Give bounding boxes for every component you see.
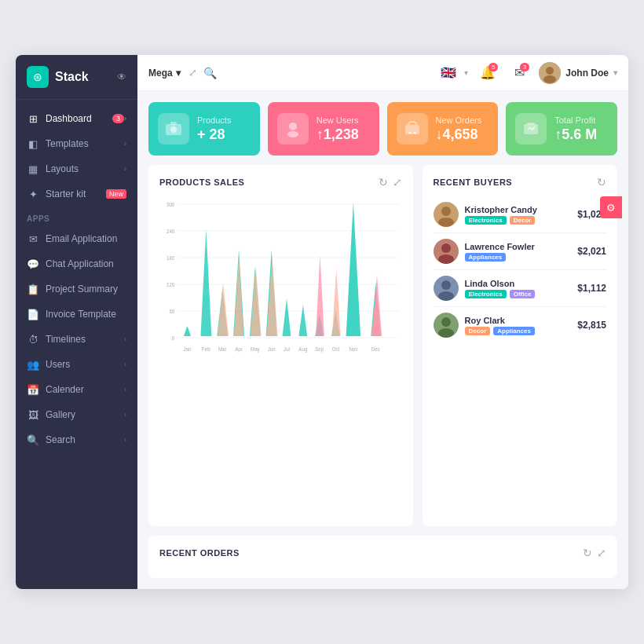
avatar [539,62,561,84]
svg-marker-32 [298,305,307,336]
user-chevron-icon: ▾ [613,68,617,77]
eye-icon: 👁 [117,71,126,82]
buyer-avatar-3 [434,313,459,338]
sidebar-item-layouts[interactable]: ▦ Layouts › [16,156,137,181]
buyer-name-2: Linda Olson [465,279,578,288]
starter-kit-icon: ✦ [27,188,39,200]
sidebar-item-chat-app[interactable]: 💬 Chat Application [16,251,137,276]
orders-refresh-icon[interactable]: ↻ [583,547,592,559]
svg-text:Apr: Apr [235,346,243,353]
sidebar-label-gallery: Gallery [46,409,124,420]
svg-point-59 [438,218,454,227]
svg-text:180: 180 [166,254,174,262]
logo-icon: ⊛ [27,66,49,88]
svg-text:Mar: Mar [218,346,227,353]
products-value: + 28 [197,126,251,143]
svg-marker-40 [267,258,278,336]
apps-section-label: APPS [16,207,137,226]
buyer-info-1: Lawrence Fowler Appliances [465,242,578,262]
bell-button[interactable]: 🔔 5 [476,61,499,85]
orders-actions: ↻ ⤢ [583,547,606,559]
sidebar-label-email: Email Application [46,233,126,244]
svg-text:Jan: Jan [184,346,192,353]
svg-marker-31 [283,298,291,336]
svg-text:Jul: Jul [284,346,290,353]
new-users-card-info: New Users ↑1,238 [317,115,370,143]
sidebar-item-gallery[interactable]: 🖼 Gallery › [16,402,137,427]
svg-point-62 [438,254,454,264]
buyer-tag-electronics-0: Electronics [465,216,507,225]
orders-title: RECENT ORDERS [159,548,583,558]
sidebar-label-search: Search [46,434,124,445]
topbar-search-icon[interactable]: 🔍 [203,67,217,79]
svg-rect-11 [524,124,538,134]
sidebar-item-users[interactable]: 👥 Users › [16,352,137,377]
sidebar-item-invoice[interactable]: 📄 Invoice Template [16,302,137,327]
templates-arrow: › [124,140,126,148]
svg-marker-35 [346,203,361,336]
sidebar-item-email-app[interactable]: ✉ Email Application [16,226,137,251]
sidebar-item-templates[interactable]: ◧ Templates › [16,131,137,156]
chart-card: PRODUCTS SALES ↻ ⤢ [148,165,413,526]
orders-header: RECENT ORDERS ↻ ⤢ [159,547,606,559]
svg-text:300: 300 [166,201,174,208]
buyers-title: RECENT BUYERS [434,177,597,187]
sidebar-item-dashboard[interactable]: ⊞ Dashboard 3 › [16,106,137,131]
layouts-arrow: › [124,165,126,173]
stat-card-new-orders: New Orders ↓4,658 [387,102,499,156]
topbar-right: 🇬🇧 ▾ 🔔 5 ✉ 3 [441,61,617,85]
svg-point-61 [441,243,451,253]
sidebar-item-search[interactable]: 🔍 Search › [16,427,137,452]
total-profit-label: Total Profit [554,115,608,125]
buyer-name-3: Roy Clark [465,316,578,325]
chart-expand-icon[interactable]: ⤢ [393,176,402,188]
envelope-button[interactable]: ✉ 3 [507,61,531,85]
buyer-avatar-0 [434,202,459,227]
buyer-tags-0: Electronics Decor [465,216,578,225]
stat-card-new-users: New Users ↑1,238 [268,102,379,156]
buyer-amount-3: $2,815 [577,320,606,331]
topbar-mega[interactable]: Mega ▾ [148,68,181,79]
svg-point-65 [438,291,454,301]
svg-point-10 [413,132,415,134]
svg-point-58 [441,207,451,216]
svg-text:240: 240 [166,228,174,235]
buyer-row: Kristopher Candy Electronics Decor $1,02… [434,196,606,233]
sidebar-label-project: Project Summary [46,284,126,295]
calender-icon: 📅 [27,383,39,396]
chart-refresh-icon[interactable]: ↻ [379,176,388,188]
sidebar-label-invoice: Invoice Template [46,309,126,320]
sidebar-label-layouts: Layouts [46,163,124,174]
buyers-refresh-icon[interactable]: ↻ [597,176,606,188]
flag-icon[interactable]: 🇬🇧 [441,65,456,80]
svg-marker-39 [251,265,262,336]
buyer-tags-3: Decor Appliances [465,327,578,335]
products-label: Products [197,115,251,125]
sidebar-item-starter-kit[interactable]: ✦ Starter kit New [16,181,137,207]
buyer-avatar-2 [434,276,459,301]
buyer-info-2: Linda Olson Electronics Office [465,279,578,298]
templates-icon: ◧ [27,137,39,150]
starter-kit-badge: New [106,189,126,199]
stat-card-products: Products + 28 [148,102,260,156]
user-menu[interactable]: John Doe ▾ [539,62,617,84]
svg-text:Feb: Feb [202,346,210,353]
buyer-tags-1: Appliances [465,253,578,262]
svg-rect-12 [527,123,535,125]
buyers-settings-button[interactable]: ⚙ [600,196,622,218]
svg-text:0: 0 [172,335,174,342]
gallery-icon: 🖼 [27,408,39,421]
buyer-tags-2: Electronics Office [465,290,578,298]
orders-expand-icon[interactable]: ⤢ [597,547,606,559]
sidebar-label-starter: Starter kit [46,188,103,199]
sidebar-item-project-summary[interactable]: 📋 Project Summary [16,276,137,302]
svg-rect-8 [405,125,419,134]
dashboard-icon: ⊞ [27,112,39,125]
buyer-name-1: Lawrence Fowler [465,242,578,251]
total-profit-card-icon [515,113,547,145]
total-profit-value: ↑5.6 M [554,126,608,143]
expand-icon[interactable]: ⤢ [188,67,197,79]
buyer-row: Linda Olson Electronics Office $1,112 [434,270,606,307]
sidebar-item-timelines[interactable]: ⏱ Timelines › [16,327,137,352]
sidebar-item-calender[interactable]: 📅 Calender › [16,377,137,402]
